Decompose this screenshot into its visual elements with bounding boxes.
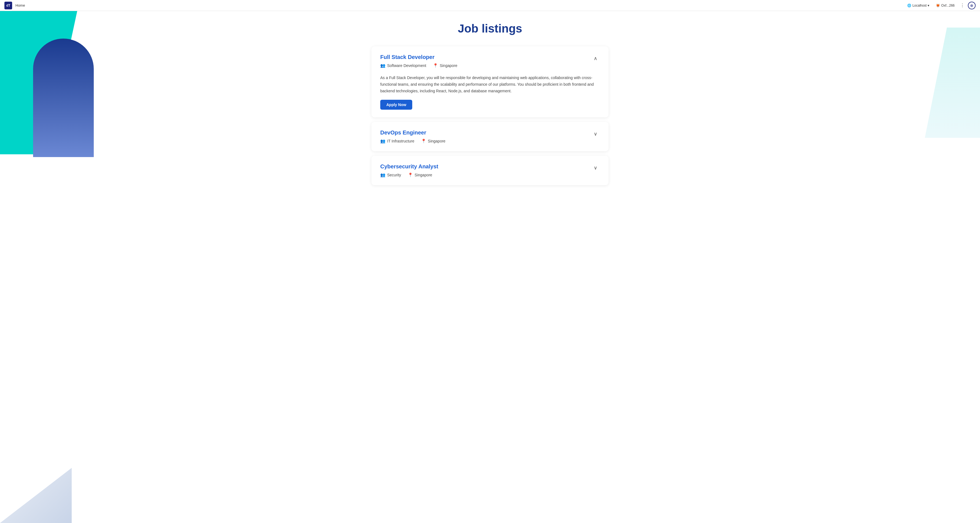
globe-icon: 🌐: [907, 3, 912, 8]
profile-icon: ⊕: [970, 3, 974, 8]
navbar-right: 🌐 Localhost ▾ 🦊 Oxf...266 ⋮ ⊕: [905, 2, 975, 10]
location-icon: 📍: [421, 139, 426, 144]
page-container: Job listings Full Stack Developer 👥 Soft…: [0, 11, 980, 523]
job-title: Cybersecurity Analyst: [380, 163, 591, 170]
location-label: Singapore: [428, 139, 445, 143]
logo: dT: [5, 2, 12, 10]
job-title: DevOps Engineer: [380, 130, 591, 136]
chevron-down-icon: ∨: [594, 165, 597, 171]
job-listings: Full Stack Developer 👥 Software Developm…: [371, 46, 609, 185]
job-card-cybersecurity-analyst: Cybersecurity Analyst 👥 Security 📍 Singa…: [371, 156, 609, 185]
job-department: 👥 IT Infrastructure: [380, 139, 414, 144]
job-card-info: DevOps Engineer 👥 IT Infrastructure 📍 Si…: [380, 130, 591, 144]
toggle-button[interactable]: ∨: [591, 130, 600, 138]
job-card-info: Full Stack Developer 👥 Software Developm…: [380, 54, 591, 68]
chevron-up-icon: ∧: [594, 55, 597, 62]
fox-icon: 🦊: [936, 3, 940, 8]
job-description: As a Full Stack Developer, you will be r…: [380, 74, 595, 94]
job-card-header: DevOps Engineer 👥 IT Infrastructure 📍 Si…: [380, 130, 600, 144]
toggle-button[interactable]: ∧: [591, 54, 600, 63]
home-link[interactable]: Home: [16, 3, 25, 8]
job-meta: 👥 IT Infrastructure 📍 Singapore: [380, 139, 591, 144]
navbar: dT Home 🌐 Localhost ▾ 🦊 Oxf...266 ⋮ ⊕: [0, 0, 980, 11]
job-card-devops-engineer: DevOps Engineer 👥 IT Infrastructure 📍 Si…: [371, 122, 609, 151]
toggle-button[interactable]: ∨: [591, 163, 600, 172]
job-card-header: Full Stack Developer 👥 Software Developm…: [380, 54, 600, 68]
job-card-header: Cybersecurity Analyst 👥 Security 📍 Singa…: [380, 163, 600, 178]
location-label: Singapore: [415, 173, 433, 177]
chevron-down-icon: ∨: [594, 131, 597, 137]
department-label: Security: [387, 173, 401, 177]
job-location: 📍 Singapore: [421, 139, 445, 144]
job-card-body: As a Full Stack Developer, you will be r…: [380, 74, 600, 110]
main-content: Job listings Full Stack Developer 👥 Soft…: [0, 11, 980, 202]
people-icon: 👥: [380, 63, 385, 68]
location-icon: 📍: [408, 173, 413, 178]
location-icon: 📍: [433, 63, 438, 68]
oxf-selector[interactable]: 🦊 Oxf...266: [934, 3, 957, 8]
location-label: Singapore: [440, 63, 457, 68]
bg-light-gray: [0, 468, 72, 523]
job-card-info: Cybersecurity Analyst 👥 Security 📍 Singa…: [380, 163, 591, 178]
job-location: 📍 Singapore: [433, 63, 457, 68]
department-label: Software Development: [387, 63, 426, 68]
job-meta: 👥 Security 📍 Singapore: [380, 173, 591, 178]
job-title: Full Stack Developer: [380, 54, 591, 60]
job-location: 📍 Singapore: [408, 173, 433, 178]
job-card-full-stack-developer: Full Stack Developer 👥 Software Developm…: [371, 46, 609, 117]
profile-button[interactable]: ⊕: [968, 2, 975, 10]
more-options-button[interactable]: ⋮: [959, 2, 966, 9]
department-label: IT Infrastructure: [387, 139, 414, 143]
job-department: 👥 Software Development: [380, 63, 426, 68]
job-department: 👥 Security: [380, 173, 401, 178]
apply-button[interactable]: Apply Now: [380, 100, 412, 110]
navbar-left: dT Home: [5, 2, 25, 10]
chevron-down-icon: ▾: [928, 3, 929, 8]
localhost-selector[interactable]: 🌐 Localhost ▾: [905, 3, 931, 8]
people-icon: 👥: [380, 139, 385, 144]
page-title: Job listings: [458, 22, 522, 35]
job-meta: 👥 Software Development 📍 Singapore: [380, 63, 591, 68]
people-icon: 👥: [380, 173, 385, 178]
